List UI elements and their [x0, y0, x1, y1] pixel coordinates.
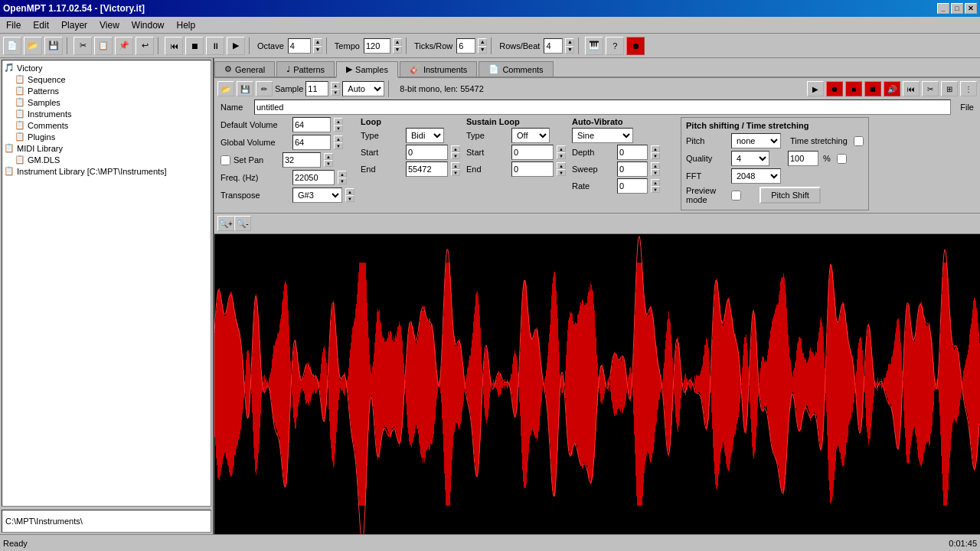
sloop-start-input[interactable]	[511, 145, 554, 160]
quality-combo[interactable]: 4	[731, 151, 769, 166]
sloop-type-combo[interactable]: Off Forward	[511, 128, 550, 143]
av-depth-input[interactable]	[617, 145, 648, 160]
octave-down[interactable]: ▼	[313, 46, 322, 54]
prev-button[interactable]: ⏮	[165, 37, 183, 55]
time-stretch-checkbox[interactable]	[854, 136, 864, 146]
slstart-down[interactable]: ▼	[557, 152, 566, 159]
tab-instruments[interactable]: 🎸 Instruments	[400, 61, 477, 77]
help-button[interactable]: ?	[606, 37, 624, 55]
maximize-button[interactable]: □	[951, 3, 963, 14]
avd-down[interactable]: ▼	[651, 152, 660, 159]
close-button[interactable]: ✕	[965, 3, 977, 14]
sample-edit-button[interactable]: ✏	[256, 81, 273, 96]
slstart-up[interactable]: ▲	[557, 145, 566, 152]
tempo-down[interactable]: ▼	[393, 46, 402, 54]
loop-start-input[interactable]	[406, 145, 448, 160]
defvol-up[interactable]: ▲	[334, 118, 343, 125]
expand-btn[interactable]: ⊞	[941, 81, 958, 96]
menu-help[interactable]: Help	[171, 18, 202, 32]
octave-up[interactable]: ▲	[313, 38, 322, 46]
defvol-down[interactable]: ▼	[334, 125, 343, 132]
av-rate-input[interactable]	[617, 178, 648, 194]
rows-down[interactable]: ▼	[565, 46, 574, 54]
lstart-down[interactable]: ▼	[451, 152, 460, 159]
paste-button[interactable]: 📌	[115, 37, 133, 55]
tree-item-sequence[interactable]: 📋 Sequence	[15, 73, 209, 85]
percent-input[interactable]	[788, 151, 818, 166]
pan-down[interactable]: ▼	[324, 160, 333, 167]
menu-file[interactable]: File	[0, 18, 27, 32]
rows-up[interactable]: ▲	[565, 38, 574, 46]
ticks-down[interactable]: ▼	[478, 46, 487, 54]
loop-end-input[interactable]	[406, 161, 448, 177]
play-loop-btn[interactable]: ⏺	[826, 81, 843, 96]
sample-num-down[interactable]: ▼	[331, 89, 340, 96]
sample-save-button[interactable]: 💾	[237, 81, 253, 96]
ticks-up[interactable]: ▲	[478, 38, 487, 46]
transpose-combo[interactable]: G#3	[292, 187, 342, 203]
menu-player[interactable]: Player	[55, 18, 93, 32]
av-sweep-input[interactable]	[617, 161, 648, 177]
avr-down[interactable]: ▼	[651, 186, 660, 193]
freq-down[interactable]: ▼	[338, 178, 347, 184]
avr-up[interactable]: ▲	[651, 179, 660, 186]
pitch-combo[interactable]: none	[731, 133, 781, 148]
zoom-out-button[interactable]: 🔍-	[234, 216, 251, 231]
pitch-shift-button[interactable]: Pitch Shift	[760, 187, 821, 204]
record-btn[interactable]: ⏹	[864, 81, 881, 96]
gvol-down[interactable]: ▼	[334, 142, 343, 149]
tab-general[interactable]: ⚙ General	[214, 61, 275, 77]
pause-button[interactable]: ⏸	[206, 37, 224, 55]
loop-type-combo[interactable]: Bidi None Forward	[406, 128, 444, 143]
sample-num-up[interactable]: ▲	[331, 82, 340, 89]
lend-down[interactable]: ▼	[451, 169, 460, 176]
sample-auto-combo[interactable]: Auto	[342, 81, 384, 96]
gvol-up[interactable]: ▲	[334, 135, 343, 142]
preview-mode-checkbox[interactable]	[731, 191, 741, 201]
tab-samples[interactable]: ▶ Samples	[336, 61, 398, 78]
trans-down[interactable]: ▼	[345, 195, 354, 202]
play-sample-btn[interactable]: ▶	[807, 81, 824, 96]
tree-item-midi[interactable]: 📋 MIDI Library	[4, 142, 209, 154]
rewind-btn[interactable]: ⏮	[903, 81, 920, 96]
tree-item-gmdls[interactable]: 📋 GM.DLS	[15, 154, 209, 165]
copy-button[interactable]: 📋	[94, 37, 113, 55]
set-pan-input[interactable]	[283, 152, 321, 168]
undo-button[interactable]: ↩	[136, 37, 154, 55]
sloop-end-input[interactable]	[511, 161, 554, 177]
default-volume-input[interactable]	[292, 117, 331, 132]
cut-button[interactable]: ✂	[74, 37, 92, 55]
av-type-combo[interactable]: Sine Square Ramp	[572, 128, 633, 143]
tempo-up[interactable]: ▲	[393, 38, 402, 46]
rows-input[interactable]	[544, 38, 563, 54]
tab-patterns[interactable]: ♩ Patterns	[276, 61, 335, 77]
set-pan-checkbox[interactable]	[220, 155, 230, 165]
menu-window[interactable]: Window	[126, 18, 171, 32]
avs-down[interactable]: ▼	[651, 169, 660, 176]
tree-item-patterns[interactable]: 📋 Patterns	[15, 85, 209, 96]
global-volume-input[interactable]	[292, 135, 331, 150]
tree-item-instruments[interactable]: 📋 Instruments	[15, 108, 209, 119]
freq-input[interactable]	[292, 170, 335, 185]
record-button[interactable]: ⏺	[626, 37, 645, 55]
menu-edit[interactable]: Edit	[27, 18, 55, 32]
new-button[interactable]: 📄	[3, 37, 21, 55]
normalize-btn[interactable]: 🔊	[884, 81, 900, 96]
freq-up[interactable]: ▲	[338, 171, 347, 178]
sample-name-input[interactable]	[254, 99, 951, 115]
menu-view[interactable]: View	[93, 18, 126, 32]
slend-up[interactable]: ▲	[557, 162, 566, 169]
stop-button[interactable]: ⏹	[185, 37, 204, 55]
play-button[interactable]: ▶	[227, 37, 245, 55]
tree-item-victory[interactable]: 🎵 Victory	[4, 62, 209, 73]
trim-btn[interactable]: ✂	[922, 81, 939, 96]
tree-item-plugins[interactable]: 📋 Plugins	[15, 131, 209, 142]
tree-item-comments[interactable]: 📋 Comments	[15, 119, 209, 131]
fft-combo[interactable]: 2048	[731, 168, 781, 184]
tree-item-samples[interactable]: 📋 Samples	[15, 96, 209, 108]
open-button[interactable]: 📂	[24, 37, 42, 55]
sample-number-input[interactable]	[305, 81, 328, 96]
mix-btn[interactable]: ⋮	[960, 81, 977, 96]
ticks-input[interactable]	[456, 38, 475, 54]
save-button[interactable]: 💾	[44, 37, 63, 55]
